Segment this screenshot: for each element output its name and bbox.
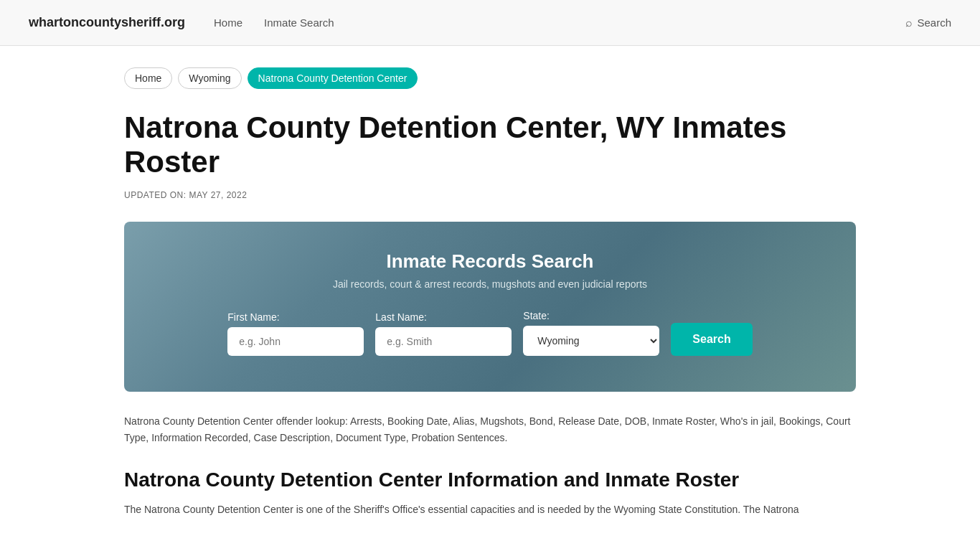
first-name-field-group: First Name: bbox=[227, 311, 364, 356]
updated-date: UPDATED ON: MAY 27, 2022 bbox=[124, 190, 856, 200]
section-body: The Natrona County Detention Center is o… bbox=[124, 501, 856, 519]
search-fields: First Name: Last Name: State: AlabamaAla… bbox=[167, 310, 813, 356]
search-icon: ⌕ bbox=[905, 17, 913, 29]
state-field-group: State: AlabamaAlaskaArizonaArkansasCalif… bbox=[523, 310, 659, 356]
breadcrumb-home[interactable]: Home bbox=[124, 67, 172, 89]
first-name-label: First Name: bbox=[227, 311, 279, 323]
search-panel-title: Inmate Records Search bbox=[167, 250, 813, 273]
description-text: Natrona County Detention Center offender… bbox=[124, 413, 856, 448]
search-button[interactable]: Search bbox=[671, 323, 752, 356]
nav-search-label: Search bbox=[917, 17, 951, 29]
breadcrumb-natrona[interactable]: Natrona County Detention Center bbox=[248, 67, 418, 89]
nav-search[interactable]: ⌕ Search bbox=[905, 17, 951, 29]
page-title: Natrona County Detention Center, WY Inma… bbox=[124, 110, 856, 180]
nav-home[interactable]: Home bbox=[214, 17, 242, 29]
last-name-input[interactable] bbox=[375, 327, 512, 356]
section-heading: Natrona County Detention Center Informat… bbox=[124, 468, 856, 491]
nav-inmate-search[interactable]: Inmate Search bbox=[264, 17, 334, 29]
breadcrumb: Home Wyoming Natrona County Detention Ce… bbox=[124, 67, 856, 89]
breadcrumb-wyoming[interactable]: Wyoming bbox=[178, 67, 241, 89]
state-label: State: bbox=[523, 310, 550, 321]
nav-links: Home Inmate Search bbox=[214, 17, 877, 29]
search-panel: Inmate Records Search Jail records, cour… bbox=[124, 222, 856, 392]
last-name-label: Last Name: bbox=[375, 311, 427, 323]
first-name-input[interactable] bbox=[227, 327, 364, 356]
state-select[interactable]: AlabamaAlaskaArizonaArkansasCaliforniaCo… bbox=[523, 326, 659, 356]
navbar: whartoncountysheriff.org Home Inmate Sea… bbox=[0, 0, 980, 46]
site-brand[interactable]: whartoncountysheriff.org bbox=[29, 15, 185, 30]
main-content: Home Wyoming Natrona County Detention Ce… bbox=[95, 46, 885, 547]
search-panel-subtitle: Jail records, court & arrest records, mu… bbox=[167, 278, 813, 290]
last-name-field-group: Last Name: bbox=[375, 311, 512, 356]
